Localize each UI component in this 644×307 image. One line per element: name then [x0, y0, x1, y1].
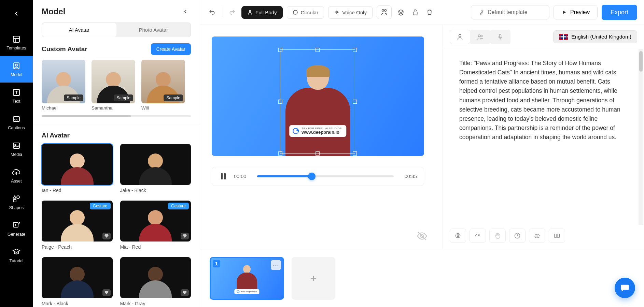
gesture-tool[interactable]: [489, 229, 506, 243]
svg-point-21: [459, 34, 461, 37]
svg-rect-17: [221, 173, 223, 179]
collapse-panel-button[interactable]: [180, 6, 191, 17]
gesture-badge: Gesture: [90, 203, 111, 209]
script-scrollbar[interactable]: [639, 49, 643, 225]
scene-number: 1: [213, 260, 220, 267]
sidebar-item-text[interactable]: Text: [0, 83, 33, 109]
ai-avatar-card[interactable]: Gesture Paige - Peach: [42, 201, 113, 250]
canvas-column: TRY FOR FREE : AI STUDIOS www.deepbrain.…: [200, 25, 443, 249]
svg-rect-6: [13, 117, 19, 121]
delete-button[interactable]: [424, 7, 435, 17]
canvas[interactable]: TRY FOR FREE : AI STUDIOS www.deepbrain.…: [212, 36, 424, 156]
script-tab-single[interactable]: [450, 30, 470, 44]
preview-label: Preview: [570, 9, 590, 15]
circular-label: Circular: [301, 10, 319, 15]
custom-avatar-card[interactable]: Sample Michael: [42, 60, 85, 111]
script-tab-multi[interactable]: [470, 30, 490, 44]
sample-badge: Sample: [64, 94, 83, 101]
sidebar-item-label: Media: [11, 152, 22, 157]
seek-track[interactable]: [257, 175, 394, 177]
phonetic-tool[interactable]: æ: [529, 229, 545, 243]
sidebar-item-model[interactable]: Model: [0, 56, 33, 83]
svg-rect-29: [557, 234, 560, 237]
ai-avatar-section: AI Avatar Ian - Red Jake - Black Gesture…: [33, 132, 200, 306]
text-icon: [12, 88, 21, 97]
ai-avatar-name: Mia - Red: [120, 244, 191, 250]
ai-generate-tool[interactable]: [450, 229, 466, 243]
watermark-logo-icon: [293, 128, 299, 134]
sidebar-item-captions[interactable]: Captions: [0, 109, 33, 136]
sidebar-item-label: Asset: [11, 179, 22, 184]
sample-badge: Sample: [164, 94, 183, 101]
hide-overlay-button[interactable]: [417, 231, 428, 243]
generate-icon: [12, 221, 21, 230]
svg-point-15: [384, 10, 387, 12]
custom-avatar-name: Samantha: [92, 105, 135, 111]
panel-title: Model: [42, 7, 65, 16]
sidebar-item-generate[interactable]: Generate: [0, 216, 33, 242]
preview-button[interactable]: Preview: [554, 5, 598, 19]
translate-tool[interactable]: [549, 229, 565, 243]
premium-icon: [181, 233, 189, 239]
language-selector[interactable]: English (United Kingdom): [553, 30, 637, 43]
export-button[interactable]: Export: [602, 5, 637, 20]
selection-frame[interactable]: [280, 49, 355, 154]
custom-avatar-name: Will: [141, 105, 185, 111]
chat-fab-button[interactable]: [615, 278, 635, 298]
pause-tool[interactable]: [509, 229, 526, 243]
custom-scroll-indicator[interactable]: [42, 115, 191, 117]
sidebar-item-media[interactable]: Media: [0, 136, 33, 162]
template-selector[interactable]: Default template: [471, 5, 549, 19]
svg-rect-10: [14, 200, 16, 202]
sidebar-item-shapes[interactable]: Shapes: [0, 189, 33, 216]
ai-avatar-card[interactable]: Ian - Red: [42, 144, 113, 193]
sidebar-item-templates[interactable]: Templates: [0, 29, 33, 56]
pause-button[interactable]: [219, 172, 228, 181]
scene-avatar-preview: [237, 265, 257, 292]
undo-button[interactable]: [207, 7, 217, 17]
ai-avatar-card[interactable]: Gesture Mia - Red: [120, 201, 191, 250]
total-time: 00:35: [400, 174, 417, 179]
create-avatar-button[interactable]: Create Avatar: [151, 43, 191, 55]
svg-rect-16: [413, 12, 417, 15]
custom-avatar-section: Custom Avatar Create Avatar Sample Micha…: [33, 43, 200, 124]
svg-rect-28: [555, 234, 557, 237]
svg-point-8: [15, 144, 16, 146]
tutorial-icon: [12, 248, 21, 257]
scene-menu-button[interactable]: ⋯: [271, 260, 281, 270]
redo-button[interactable]: [227, 7, 237, 17]
tab-ai-avatar[interactable]: AI Avatar: [42, 23, 116, 37]
sidebar-item-label: Shapes: [9, 205, 24, 210]
sample-badge: Sample: [114, 94, 133, 101]
ai-avatar-name: Ian - Red: [42, 188, 113, 193]
speed-tool[interactable]: [470, 229, 486, 243]
gesture-badge: Gesture: [168, 203, 189, 209]
custom-avatar-card[interactable]: Sample Samantha: [92, 60, 135, 111]
custom-avatar-card[interactable]: Sample Will: [141, 60, 185, 111]
lock-button[interactable]: [410, 7, 420, 17]
ai-avatar-card[interactable]: Mark - Gray: [120, 257, 191, 306]
sidebar-item-label: Model: [11, 72, 22, 77]
swap-avatar-button[interactable]: [377, 5, 392, 19]
script-tab-audio[interactable]: [490, 30, 510, 44]
back-button[interactable]: [7, 4, 26, 23]
sidebar-item-label: Templates: [7, 46, 26, 50]
avatar-type-tabs: AI Avatar Photo Avatar: [42, 23, 191, 37]
layers-button[interactable]: [396, 7, 406, 17]
sidebar-item-tutorial[interactable]: Tutorial: [0, 242, 33, 269]
script-textarea[interactable]: Title: "Paws and Progress: The Story of …: [443, 49, 644, 225]
voice-only-button[interactable]: Voice Only: [328, 6, 373, 19]
sidebar-item-label: Text: [13, 99, 20, 104]
circular-button[interactable]: Circular: [287, 6, 324, 19]
ai-avatar-card[interactable]: Jake - Black: [120, 144, 191, 193]
toolbar-separator: [222, 8, 222, 17]
ai-avatar-card[interactable]: Mark - Black: [42, 257, 113, 306]
sidebar-item-asset[interactable]: Asset: [0, 162, 33, 189]
premium-icon: [102, 233, 111, 239]
scene-thumbnail[interactable]: 1 ⋯ www.deepbrain.io: [210, 257, 284, 300]
seek-knob[interactable]: [308, 173, 316, 180]
watermark: TRY FOR FREE : AI STUDIOS www.deepbrain.…: [289, 125, 346, 137]
tab-photo-avatar[interactable]: Photo Avatar: [116, 23, 191, 37]
add-scene-button[interactable]: ＋: [292, 257, 335, 300]
full-body-button[interactable]: Full Body: [241, 6, 283, 19]
